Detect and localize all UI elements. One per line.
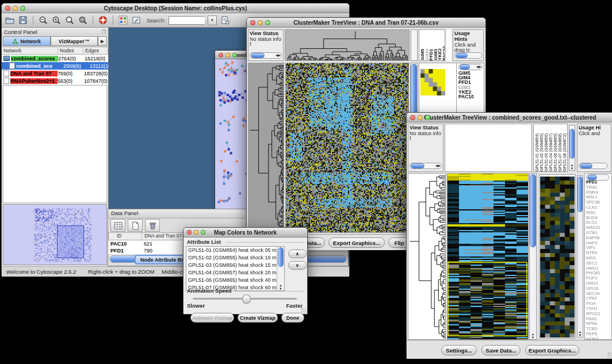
column-nodes[interactable]: Nodes [58, 48, 83, 53]
open-icon[interactable] [5, 15, 15, 25]
scroll-arrows-icon[interactable]: ▲▼ [277, 283, 284, 290]
zoom-out-icon[interactable] [38, 15, 48, 25]
float-panel-icon[interactable]: ❐ [102, 29, 106, 35]
trash-icon[interactable] [145, 219, 160, 232]
zoom-button[interactable] [425, 115, 430, 120]
view-status-scrollbar[interactable]: ◀▶ [250, 52, 282, 59]
export-graphics-button[interactable]: Export Graphics... [525, 345, 579, 355]
column-label[interactable]: GPL51-03 (GSM856) [544, 133, 549, 171]
scroll-arrows-icon[interactable]: ◀▶ [276, 53, 281, 58]
scroll-arrows-icon[interactable]: ◀▶ [476, 64, 481, 70]
attribute-item[interactable]: GPL51-06 (GSM865) heat shock 40 min [186, 277, 284, 284]
treeview1-titlebar[interactable]: ClusterMaker TreeView : DNA and Tran 07-… [247, 18, 485, 28]
zoom-button[interactable] [201, 230, 205, 235]
export-graphics-button[interactable]: Export Graphics... [328, 237, 385, 248]
view-status-scrollbar[interactable]: ◀▶ [410, 163, 442, 169]
move-down-button[interactable]: ∨ [288, 261, 307, 270]
help-icon[interactable] [98, 15, 108, 25]
column-label[interactable]: GPL51-06 (GSM865) [553, 133, 558, 171]
heatmap-vscrollbar[interactable]: ▲▼ [529, 173, 537, 340]
tab-vizmapper[interactable]: VizMapper™ [51, 36, 98, 46]
network-tree-row[interactable]: DNA and Tran 07 769(0) 183728(0) [2, 70, 108, 77]
heatmap-canvas[interactable] [285, 63, 409, 233]
attribute-browser-icon[interactable] [220, 15, 230, 25]
done-button[interactable]: Done [281, 313, 304, 323]
heatmap-canvas[interactable] [447, 173, 529, 340]
table-icon[interactable] [110, 219, 125, 232]
labels-vscrollbar[interactable]: ▲▼ [569, 125, 575, 171]
column-label[interactable]: GPL51-04 (GSM857) [549, 133, 553, 171]
attribute-list[interactable]: ▲▼ GPL51-01 (GSM854) heat shock 05 minGP… [186, 246, 285, 291]
scroll-arrows-icon[interactable]: ▲▼ [530, 332, 536, 339]
zoom-selected-icon[interactable] [78, 15, 88, 25]
row-dendrogram[interactable] [248, 63, 284, 233]
network-tree-row[interactable]: combined_sco 2569(6) 13112(15) [2, 62, 108, 70]
attribute-list-scrollbar[interactable]: ▲▼ [277, 247, 284, 290]
column-label[interactable]: PAC10 [442, 46, 446, 60]
zoom-fit-icon[interactable] [64, 15, 75, 25]
save-data-button[interactable]: Save Data... [481, 345, 521, 355]
column-labels: GIM5GIM4PFD1GIM3YKE2PAC10 [419, 29, 445, 61]
minimize-button[interactable] [13, 6, 18, 11]
annotation-icon[interactable] [131, 15, 141, 25]
zoom-heatmap-panel[interactable] [539, 174, 576, 339]
zoom-vscrollbar[interactable]: ▲▼ [577, 175, 583, 338]
resize-grip[interactable] [607, 352, 612, 358]
attribute-item[interactable]: GPL51-01 (GSM854) heat shock 05 min [186, 247, 284, 254]
settings-button[interactable]: Settings... [441, 345, 477, 355]
zoom-button[interactable] [20, 6, 25, 11]
column-edges[interactable]: Edges [83, 48, 108, 53]
column-label[interactable]: GPL51-02 (GSM855) [540, 133, 544, 171]
main-titlebar[interactable]: Cytoscape Desktop (Session Name: collins… [2, 3, 349, 13]
resize-grip[interactable] [301, 308, 307, 313]
minimize-button[interactable] [194, 230, 198, 235]
tab-overflow-arrow[interactable]: ▶ [98, 36, 107, 46]
gene-label[interactable]: PAC10 [457, 94, 474, 99]
row-dendrogram[interactable] [408, 173, 446, 340]
column-dendrogram-area[interactable] [445, 124, 532, 172]
new-document-icon[interactable] [128, 219, 143, 232]
minimize-button[interactable] [258, 20, 263, 25]
usage-hints-scrollbar[interactable] [579, 163, 607, 169]
zoom-button[interactable] [265, 20, 270, 25]
close-button[interactable] [187, 230, 192, 235]
search-dropdown-icon[interactable]: ▼ [208, 16, 217, 25]
attribute-item[interactable]: GPL51-03 (GSM856) heat shock 15 min [186, 262, 284, 269]
search-input[interactable] [169, 16, 205, 25]
network-tree-row[interactable]: RNAPuberNov2+1 563(0) 107847(0) [2, 77, 108, 85]
toolbar-separator [113, 16, 113, 25]
minimize-button[interactable] [418, 115, 423, 120]
network-file-icon [3, 56, 10, 61]
column-label[interactable]: GPL51-01 (GSM854) [535, 133, 540, 171]
gene-list-scrollbar[interactable]: ◀▶ [458, 64, 483, 70]
animate-vizmap-button[interactable]: Animate Vizmap [190, 313, 234, 323]
column-label[interactable]: GPL51-07 (GSM868) [558, 133, 563, 171]
close-button[interactable] [5, 6, 10, 11]
speed-slider-thumb[interactable] [242, 294, 251, 304]
dialog-titlebar[interactable]: Map Colors to Network [183, 228, 307, 237]
save-icon[interactable] [18, 15, 28, 25]
birds-eye-view[interactable] [3, 204, 107, 265]
column-labels: GPL51-01 (GSM854)GPL51-02 (GSM855)GPL51-… [533, 124, 568, 172]
scroll-arrows-icon[interactable]: ◀▶ [435, 163, 441, 168]
minimize-button[interactable] [225, 53, 230, 58]
tab-network[interactable]: Network [3, 36, 51, 46]
column-id[interactable]: ID [109, 233, 142, 240]
zoom-button[interactable] [232, 53, 237, 58]
column-dendrogram[interactable] [285, 29, 410, 61]
column-network[interactable]: Network [2, 48, 58, 53]
close-button[interactable] [410, 115, 415, 120]
move-up-button[interactable]: ∧ [288, 250, 307, 258]
close-button[interactable] [219, 53, 223, 58]
close-button[interactable] [250, 20, 255, 25]
treeview2-titlebar[interactable]: ClusterMaker TreeView : combined_scores_… [407, 113, 612, 122]
column-label[interactable]: GPL51-08 (GSM872) [563, 133, 567, 171]
usage-hints-scrollbar[interactable] [454, 52, 482, 59]
zoom-in-icon[interactable] [51, 15, 62, 25]
vizmapper-icon[interactable] [118, 15, 128, 25]
mini-heatmap[interactable] [420, 69, 445, 95]
create-vizmap-button[interactable]: Create Vizmap [238, 313, 278, 323]
attribute-item[interactable]: GPL51-02 (GSM855) heat shock 10 min [186, 254, 284, 262]
network-tree-row[interactable]: combined_scores 2764(0) 16218(0) [2, 55, 108, 62]
attribute-item[interactable]: GPL51-04 (GSM857) heat shock 20 min [186, 269, 284, 277]
